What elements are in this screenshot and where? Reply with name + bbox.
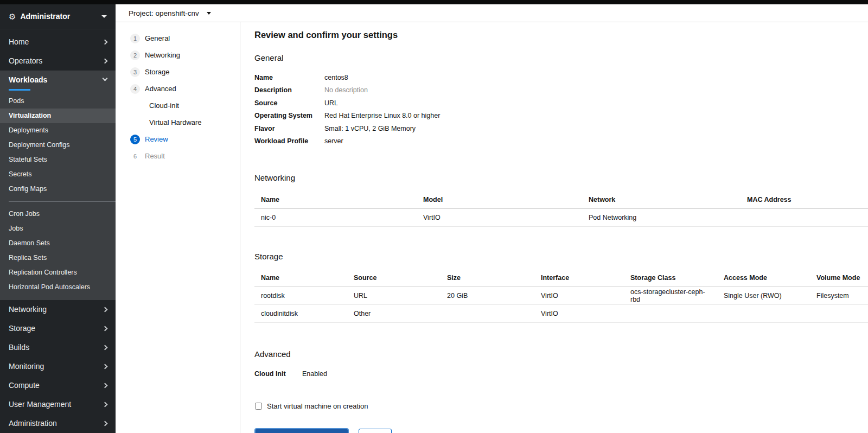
- sidebar-item-workloads[interactable]: Workloads: [0, 71, 116, 89]
- cell-disk-volume-mode: Filesystem: [810, 287, 868, 305]
- field-operating-system: Operating System Red Hat Enterprise Linu…: [254, 110, 868, 123]
- field-workload-profile: Workload Profile server: [254, 135, 868, 148]
- cell-disk-access-mode: [717, 305, 810, 323]
- sidebar-item-monitoring[interactable]: Monitoring: [0, 357, 116, 376]
- sidebar-item-label: Builds: [9, 343, 29, 352]
- wizard-step-virtual-hardware[interactable]: Virtual Hardware: [116, 114, 240, 131]
- storage-header-row: Name Source Size Interface Storage Class…: [254, 270, 868, 287]
- wizard-footer: Create Virtual Machine Back Cancel: [254, 428, 868, 433]
- perspective-switcher[interactable]: ⚙ Administrator: [0, 4, 116, 29]
- start-vm-label[interactable]: Start virtual machine on creation: [267, 402, 368, 410]
- project-selector-label: Project: openshift-cnv: [129, 9, 199, 17]
- step-label: Networking: [145, 51, 180, 59]
- step-label: Storage: [145, 68, 170, 76]
- wizard-step-general[interactable]: 1 General: [116, 30, 240, 47]
- sidebar-item-daemon-sets[interactable]: Daemon Sets: [0, 236, 116, 251]
- sidebar-item-pods[interactable]: Pods: [0, 94, 116, 109]
- cell-disk-name: cloudinitdisk: [254, 305, 347, 323]
- field-cloud-init: Cloud Init Enabled: [254, 367, 868, 380]
- sidebar-item-label: Networking: [9, 305, 47, 314]
- cell-disk-source: URL: [347, 287, 441, 305]
- wizard-step-review[interactable]: 5 Review: [116, 131, 240, 148]
- chevron-right-icon: [103, 421, 108, 426]
- caret-down-icon: [101, 15, 107, 18]
- field-value: server: [324, 137, 343, 145]
- field-value: Red Hat Enterprise Linux 8.0 or higher: [324, 112, 440, 119]
- sidebar-item-deployments[interactable]: Deployments: [0, 123, 116, 138]
- cell-disk-volume-mode: [810, 305, 868, 323]
- cell-disk-storage-class: ocs-storagecluster-ceph-rbd: [624, 287, 717, 305]
- start-vm-checkbox[interactable]: [255, 403, 262, 410]
- project-bar: Project: openshift-cnv: [116, 4, 868, 22]
- table-row: rootdisk URL 20 GiB VirtIO ocs-storagecl…: [254, 287, 868, 305]
- cell-disk-interface: VirtIO: [534, 305, 624, 323]
- sidebar-item-label: Administration: [9, 419, 57, 428]
- cell-disk-name: rootdisk: [254, 287, 347, 305]
- cell-nic-model: VirtIO: [417, 208, 582, 226]
- sidebar-item-label: Storage: [9, 324, 35, 333]
- wizard-step-cloud-init[interactable]: Cloud-init: [116, 97, 240, 114]
- sidebar-item-horizontal-pod-autoscalers[interactable]: Horizontal Pod Autoscalers: [0, 280, 116, 295]
- wizard-step-networking[interactable]: 2 Networking: [116, 47, 240, 63]
- create-virtual-machine-button[interactable]: Create Virtual Machine: [254, 428, 349, 433]
- chevron-right-icon: [103, 326, 108, 331]
- sidebar-item-operators[interactable]: Operators: [0, 52, 116, 71]
- caret-down-icon: [207, 12, 211, 15]
- chevron-right-icon: [103, 58, 108, 63]
- chevron-right-icon: [103, 307, 108, 312]
- project-selector[interactable]: Project: openshift-cnv: [129, 9, 211, 17]
- sidebar-item-stateful-sets[interactable]: Stateful Sets: [0, 152, 116, 167]
- sidebar-item-administration[interactable]: Administration: [0, 414, 116, 433]
- sidebar-group-workloads: Workloads Pods Virtualization Deployment…: [0, 71, 116, 300]
- sidebar-item-cron-jobs[interactable]: Cron Jobs: [0, 207, 116, 221]
- column-header: Name: [254, 270, 347, 287]
- wizard-step-storage[interactable]: 3 Storage: [116, 63, 240, 80]
- perspective-label: Administrator: [20, 12, 70, 21]
- sidebar-item-user-management[interactable]: User Management: [0, 395, 116, 414]
- column-header: Model: [417, 191, 582, 208]
- field-description: Description No description: [254, 84, 868, 97]
- sidebar-item-secrets[interactable]: Secrets: [0, 167, 116, 182]
- step-label: Cloud-init: [149, 101, 179, 110]
- networking-table: Name Model Network MAC Address nic-0 Vir…: [254, 191, 868, 227]
- sidebar-item-label: Monitoring: [9, 362, 44, 371]
- sidebar-item-storage[interactable]: Storage: [0, 319, 116, 338]
- step-label: Virtual Hardware: [149, 118, 202, 126]
- advanced-section: Advanced Cloud Init Enabled: [254, 349, 868, 380]
- chevron-right-icon: [103, 39, 108, 44]
- sidebar-item-replica-sets[interactable]: Replica Sets: [0, 251, 116, 265]
- cogs-icon: ⚙: [9, 12, 16, 21]
- column-header: Storage Class: [624, 270, 717, 287]
- sidebar-item-deployment-configs[interactable]: Deployment Configs: [0, 138, 116, 152]
- step-number: 3: [130, 67, 140, 77]
- storage-heading: Storage: [254, 252, 868, 261]
- sidebar-item-config-maps[interactable]: Config Maps: [0, 182, 116, 196]
- step-number: 6: [130, 151, 140, 161]
- networking-section: Networking Name Model Network MAC Addres…: [254, 173, 868, 227]
- masthead-bar: [0, 0, 868, 4]
- table-row: nic-0 VirtIO Pod Networking: [254, 208, 868, 226]
- general-heading: General: [254, 53, 868, 62]
- networking-heading: Networking: [254, 173, 868, 182]
- cell-disk-size: 20 GiB: [441, 287, 534, 305]
- sidebar-item-builds[interactable]: Builds: [0, 338, 116, 357]
- step-number: 4: [130, 84, 140, 94]
- cell-disk-storage-class: [624, 305, 717, 323]
- cell-nic-network: Pod Networking: [582, 208, 741, 226]
- sidebar-item-virtualization[interactable]: Virtualization: [0, 109, 116, 123]
- field-value: centos8: [324, 74, 348, 81]
- start-vm-row: Start virtual machine on creation: [254, 402, 868, 410]
- storage-section: Storage Name Source Size Interface Stora…: [254, 252, 868, 323]
- sidebar-item-compute[interactable]: Compute: [0, 376, 116, 395]
- sidebar-item-jobs[interactable]: Jobs: [0, 221, 116, 236]
- sidebar-item-home[interactable]: Home: [0, 33, 116, 52]
- back-button[interactable]: Back: [359, 429, 392, 433]
- step-number: 5: [130, 135, 140, 144]
- sidebar-item-replication-controllers[interactable]: Replication Controllers: [0, 265, 116, 280]
- sidebar-item-networking[interactable]: Networking: [0, 300, 116, 319]
- wizard-step-advanced[interactable]: 4 Advanced: [116, 80, 240, 97]
- sidebar-item-label: Workloads: [9, 75, 47, 84]
- cell-disk-source: Other: [347, 305, 441, 323]
- cell-disk-access-mode: Single User (RWO): [717, 287, 810, 305]
- wizard-step-result[interactable]: 6 Result: [116, 148, 240, 164]
